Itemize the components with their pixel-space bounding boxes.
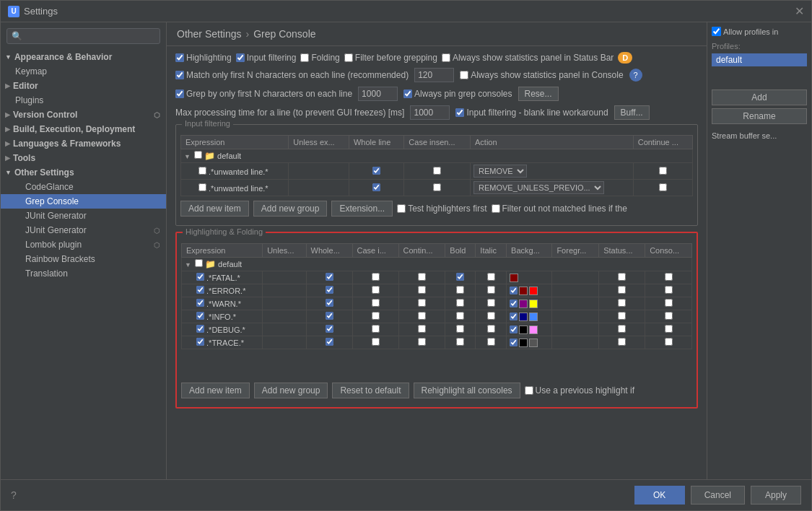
filter-before-grepping-checkbox[interactable] xyxy=(344,53,353,62)
use-previous-highlight-checkbox[interactable] xyxy=(525,386,533,395)
bg-color-swatch-error[interactable] xyxy=(519,287,528,295)
row-enabled-checkbox[interactable] xyxy=(198,167,206,175)
help-question-btn[interactable]: ? xyxy=(11,489,17,501)
match-only-first-item[interactable]: Match only first N characters on each li… xyxy=(175,70,409,80)
input-filtering-checkbox[interactable] xyxy=(236,53,245,62)
sidebar-item-plugins[interactable]: Plugins xyxy=(1,93,166,108)
always-show-console-item[interactable]: Always show statistics panel in Console xyxy=(460,70,623,80)
hf-bold-fatal[interactable] xyxy=(456,273,464,281)
hf-case-info[interactable] xyxy=(372,312,380,320)
fg-color-swatch-trace[interactable] xyxy=(529,339,538,347)
sidebar-item-build[interactable]: ▶ Build, Execution, Deployment xyxy=(1,122,166,136)
always-pin-checkbox[interactable] xyxy=(403,89,412,98)
hf-status-error[interactable] xyxy=(618,286,626,294)
hf-case-debug[interactable] xyxy=(372,325,380,333)
always-show-stats-checkbox[interactable] xyxy=(442,53,450,62)
hf-console-fatal[interactable] xyxy=(665,273,673,281)
search-box[interactable]: 🔍 xyxy=(6,28,160,44)
hf-console-error[interactable] xyxy=(665,286,673,294)
add-profile-btn[interactable]: Add xyxy=(712,89,807,105)
hf-group-checkbox[interactable] xyxy=(195,259,203,267)
fg-color-swatch-info[interactable] xyxy=(529,313,538,321)
hf-console-info[interactable] xyxy=(665,312,673,320)
hf-add-new-item-btn[interactable]: Add new item xyxy=(181,383,250,398)
cancel-button[interactable]: Cancel xyxy=(691,486,745,505)
hf-console-debug[interactable] xyxy=(665,325,673,333)
reset-button[interactable]: Rese... xyxy=(518,87,559,101)
apply-button[interactable]: Apply xyxy=(751,486,801,505)
fg-color-swatch-warn[interactable] xyxy=(529,300,538,308)
hf-tree-expand-icon[interactable]: ▼ xyxy=(185,261,191,268)
hf-enabled-debug[interactable] xyxy=(196,325,204,333)
hf-rehighlight-btn[interactable]: Rehighlight all consoles xyxy=(414,383,520,398)
sidebar-item-codeglance[interactable]: CodeGlance xyxy=(1,180,166,194)
hf-italic-trace[interactable] xyxy=(487,338,495,346)
hf-status-fatal[interactable] xyxy=(618,273,626,281)
toggle-button[interactable]: D xyxy=(618,52,632,64)
hf-bold-debug[interactable] xyxy=(456,325,464,333)
add-new-item-btn[interactable]: Add new item xyxy=(180,201,249,217)
grep-only-first-item[interactable]: Grep by only first N characters on each … xyxy=(175,89,352,99)
bg-color-swatch-debug[interactable] xyxy=(519,326,528,334)
hf-case-fatal[interactable] xyxy=(372,273,380,281)
sidebar-item-keymap[interactable]: Keymap xyxy=(1,64,166,79)
hf-whole-info[interactable] xyxy=(326,312,333,320)
hf-case-error[interactable] xyxy=(372,286,380,294)
folding-checkbox-item[interactable]: Folding xyxy=(300,53,339,63)
case-checkbox[interactable] xyxy=(433,167,441,175)
close-button[interactable]: ✕ xyxy=(795,6,804,17)
use-previous-highlight-item[interactable]: Use a previous highlight if xyxy=(525,385,634,396)
folding-checkbox[interactable] xyxy=(300,53,309,62)
hf-enabled-fatal[interactable] xyxy=(196,273,204,281)
hf-bold-error[interactable] xyxy=(456,286,464,294)
bg-color-swatch-trace[interactable] xyxy=(519,339,528,347)
hf-whole-error[interactable] xyxy=(326,286,333,294)
input-filtering-blank-checkbox[interactable] xyxy=(455,108,464,117)
hf-reset-to-default-btn[interactable]: Reset to default xyxy=(332,383,409,398)
action-select[interactable]: REMOVE xyxy=(473,165,527,178)
hf-add-new-group-btn[interactable]: Add new group xyxy=(254,383,328,398)
sidebar-item-languages[interactable]: ▶ Languages & Frameworks xyxy=(1,136,166,151)
sidebar-item-version-control[interactable]: ▶ Version Control ⬡ xyxy=(1,108,166,122)
group-checkbox[interactable] xyxy=(194,151,202,159)
hf-case-warn[interactable] xyxy=(372,299,380,307)
always-show-stats-item[interactable]: Always show statistics panel in Status B… xyxy=(442,53,614,63)
bg-color-swatch-warn[interactable] xyxy=(519,300,528,308)
case-checkbox2[interactable] xyxy=(433,183,441,191)
hf-whole-debug[interactable] xyxy=(326,325,333,333)
hf-italic-fatal[interactable] xyxy=(487,273,495,281)
sidebar-item-editor[interactable]: ▶ Editor xyxy=(1,79,166,93)
hf-enabled-info[interactable] xyxy=(196,312,204,320)
ok-button[interactable]: OK xyxy=(634,486,685,505)
hf-status-debug[interactable] xyxy=(618,325,626,333)
hf-case-trace[interactable] xyxy=(372,338,380,346)
sidebar-item-junit-generator2[interactable]: JUnit Generator ⬡ xyxy=(1,223,166,237)
hf-status-warn[interactable] xyxy=(618,299,626,307)
sidebar-item-tools[interactable]: ▶ Tools xyxy=(1,151,166,165)
always-pin-item[interactable]: Always pin grep consoles xyxy=(403,89,512,99)
hf-cont-fatal[interactable] xyxy=(418,273,426,281)
grep-only-first-checkbox[interactable] xyxy=(175,89,184,98)
hf-status-trace[interactable] xyxy=(618,338,626,346)
hf-console-warn[interactable] xyxy=(665,299,673,307)
hf-bold-warn[interactable] xyxy=(456,299,464,307)
hf-bg-check-error[interactable] xyxy=(510,287,518,294)
hf-bold-trace[interactable] xyxy=(456,338,464,346)
hf-console-trace[interactable] xyxy=(665,338,673,346)
fg-color-swatch-error[interactable] xyxy=(529,287,538,295)
hf-enabled-trace[interactable] xyxy=(196,338,204,346)
action-select2[interactable]: REMOVE_UNLESS_PREVIO... xyxy=(473,181,604,194)
highlighting-checkbox-item[interactable]: Highlighting xyxy=(175,53,232,63)
filter-not-matched-item[interactable]: Filter out not matched lines if the xyxy=(492,204,627,214)
whole-line-checkbox2[interactable] xyxy=(372,183,380,191)
hf-cont-trace[interactable] xyxy=(418,338,426,346)
bg-color-swatch[interactable] xyxy=(510,274,518,282)
sidebar-item-appearance[interactable]: ▼ Appearance & Behavior xyxy=(1,50,166,64)
sidebar-item-lombok[interactable]: Lombok plugin ⬡ xyxy=(1,237,166,252)
filter-before-grepping-item[interactable]: Filter before grepping xyxy=(344,53,437,63)
allow-profiles-checkbox[interactable] xyxy=(712,27,721,36)
tree-expand-icon[interactable]: ▼ xyxy=(184,153,191,160)
hf-bg-check-trace[interactable] xyxy=(510,339,518,346)
grep-value-input[interactable] xyxy=(358,87,398,101)
input-filtering-checkbox-item[interactable]: Input filtering xyxy=(236,53,297,63)
